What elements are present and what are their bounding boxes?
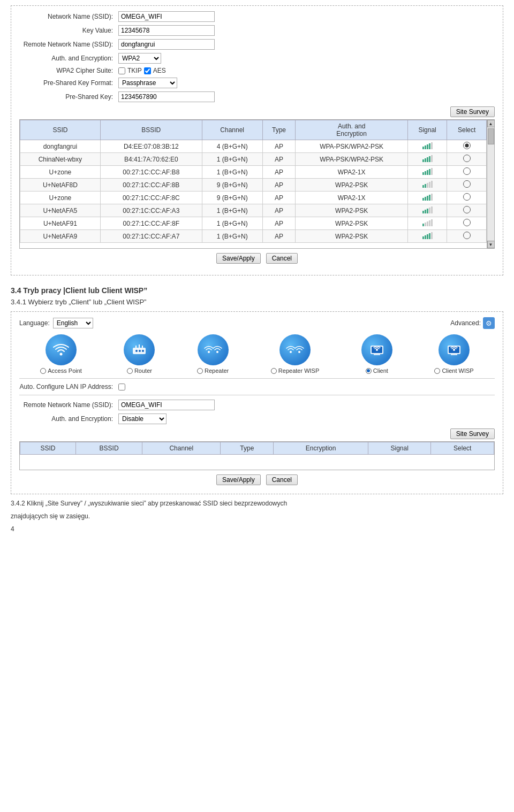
bottom-remote-network-label: Remote Network Name (SSID): bbox=[19, 401, 118, 409]
mode-radio-4[interactable] bbox=[366, 368, 372, 374]
bottom-auth-select[interactable]: Disable WPA2 WEP bbox=[118, 413, 167, 424]
cell-select[interactable] bbox=[447, 140, 487, 153]
table-row: U+NetAFA5 00:27:1C:CC:AF:A3 1 (B+G+N) AP… bbox=[20, 204, 487, 217]
tkip-label: TKIP bbox=[127, 67, 142, 74]
mode-radio-1[interactable] bbox=[127, 368, 133, 374]
mode-item-repeater[interactable]: Repeater bbox=[197, 334, 229, 374]
cell-auth: WPA-PSK/WPA2-PSK bbox=[296, 153, 407, 166]
bottom-survey-table: SSID BSSID Channel Type Encryption Signa… bbox=[20, 442, 494, 465]
cell-select[interactable] bbox=[447, 217, 487, 230]
mode-icon-client bbox=[361, 334, 392, 365]
pre-shared-key-input[interactable] bbox=[118, 91, 215, 102]
mode-radio-2[interactable] bbox=[197, 368, 203, 374]
aes-checkbox[interactable] bbox=[144, 67, 151, 74]
select-radio[interactable] bbox=[463, 180, 471, 188]
cell-bssid: B4:41:7A:70:62:E0 bbox=[100, 153, 202, 166]
table-row: U+zone 00:27:1C:CC:AF:8C 9 (B+G+N) AP WP… bbox=[20, 191, 487, 204]
select-radio[interactable] bbox=[463, 142, 471, 149]
pre-shared-format-select[interactable]: Passphrase Hex bbox=[118, 78, 177, 88]
table-row: U+NetAFA9 00:27:1C:CC:AF:A7 1 (B+G+N) AP… bbox=[20, 230, 487, 243]
select-radio[interactable] bbox=[463, 193, 471, 201]
scroll-up-btn[interactable]: ▲ bbox=[487, 120, 495, 127]
gear-icon[interactable]: ⚙ bbox=[483, 317, 495, 329]
site-survey-button-top[interactable]: Site Survey bbox=[450, 106, 495, 117]
network-name-row: Network Name (SSID): bbox=[19, 11, 495, 22]
scroll-thumb[interactable] bbox=[488, 128, 494, 144]
cell-select[interactable] bbox=[447, 166, 487, 179]
auto-configure-checkbox[interactable] bbox=[118, 384, 125, 390]
mode-radio-0[interactable] bbox=[40, 368, 46, 374]
pre-shared-key-row: Pre-Shared Key: bbox=[19, 91, 495, 102]
mode-item-repeater-wisp[interactable]: Repeater WISP bbox=[271, 334, 319, 374]
key-value-input[interactable] bbox=[118, 25, 215, 36]
section-3-4-subheading: 3.4.1 Wybierz tryb „Client” lub „Client … bbox=[11, 298, 503, 306]
cipher-checkboxes: TKIP AES bbox=[118, 67, 166, 74]
cell-ssid: ChinaNet-wbxy bbox=[20, 153, 101, 166]
cell-select[interactable] bbox=[447, 191, 487, 204]
table-row: U+NetAF91 00:27:1C:CC:AF:8F 1 (B+G+N) AP… bbox=[20, 217, 487, 230]
cell-signal bbox=[407, 140, 447, 153]
tkip-checkbox[interactable] bbox=[118, 67, 125, 74]
site-survey-button-bottom[interactable]: Site Survey bbox=[450, 428, 495, 439]
mode-radio-3[interactable] bbox=[271, 368, 277, 374]
cell-ssid: U+NetAF91 bbox=[20, 217, 101, 230]
mode-item-client-wisp[interactable]: Client WISP bbox=[434, 334, 473, 374]
cell-bssid: 00:27:1C:CC:AF:A7 bbox=[100, 230, 202, 243]
advanced-section: Advanced: ⚙ bbox=[450, 317, 495, 329]
network-name-input[interactable] bbox=[118, 11, 215, 22]
cancel-button-top[interactable]: Cancel bbox=[266, 253, 298, 264]
mode-label-row: Access Point bbox=[40, 367, 82, 374]
cell-ssid: dongfangrui bbox=[20, 140, 101, 153]
mode-label-row: Client bbox=[366, 367, 388, 374]
cell-type: AP bbox=[262, 230, 296, 243]
action-buttons-top: Save/Apply Cancel bbox=[19, 253, 495, 264]
svg-point-12 bbox=[376, 349, 378, 351]
scroll-down-btn[interactable]: ▼ bbox=[487, 241, 495, 248]
auth-encryption-select[interactable]: WPA2 Disable WEP WPA bbox=[118, 53, 161, 64]
svg-point-2 bbox=[135, 350, 138, 352]
mode-icon-client-wisp bbox=[439, 334, 470, 365]
cell-type: AP bbox=[262, 153, 296, 166]
mode-item-access-point[interactable]: Access Point bbox=[40, 334, 82, 374]
bottom-remote-network-input[interactable] bbox=[118, 400, 215, 410]
cell-select[interactable] bbox=[447, 204, 487, 217]
cell-auth: WPA2-PSK bbox=[296, 230, 407, 243]
cell-select[interactable] bbox=[447, 153, 487, 166]
cell-channel: 1 (B+G+N) bbox=[202, 230, 262, 243]
survey-tbody: dongfangrui D4:EE:07:08:3B:12 4 (B+G+N) … bbox=[20, 140, 487, 243]
mode-radio-5[interactable] bbox=[434, 368, 440, 374]
divider-2 bbox=[19, 395, 495, 395]
cell-signal bbox=[407, 179, 447, 191]
language-label: Language: bbox=[19, 319, 50, 327]
select-radio[interactable] bbox=[463, 167, 471, 175]
bottom-auth-row: Auth. and Encryption: Disable WPA2 WEP bbox=[19, 413, 495, 424]
select-radio[interactable] bbox=[463, 219, 471, 226]
cell-bssid: 00:27:1C:CC:AF:8B bbox=[100, 179, 202, 191]
wpa2-cipher-label: WPA2 Cipher Suite: bbox=[19, 67, 118, 74]
mode-label-text: Client bbox=[373, 367, 388, 374]
scrollbar[interactable]: ▲ ▼ bbox=[487, 120, 494, 248]
top-form-section: Network Name (SSID): Key Value: Remote N… bbox=[11, 5, 503, 275]
svg-point-7 bbox=[290, 351, 292, 353]
footer-text-2: znajdujących się w zasięgu. bbox=[11, 512, 503, 520]
mode-label-text: Router bbox=[134, 367, 152, 374]
col-select: Select bbox=[447, 120, 487, 140]
select-radio[interactable] bbox=[463, 155, 471, 162]
bottom-col-channel: Channel bbox=[142, 442, 221, 455]
cancel-button-bottom[interactable]: Cancel bbox=[266, 474, 298, 485]
remote-network-input[interactable] bbox=[118, 39, 215, 50]
select-radio[interactable] bbox=[463, 206, 471, 213]
select-radio[interactable] bbox=[463, 232, 471, 239]
save-apply-button-bottom[interactable]: Save/Apply bbox=[216, 474, 261, 485]
cell-bssid: 00:27:1C:CC:AF:A3 bbox=[100, 204, 202, 217]
language-select[interactable]: English bbox=[53, 318, 93, 328]
cell-select[interactable] bbox=[447, 179, 487, 191]
col-signal: Signal bbox=[407, 120, 447, 140]
mode-item-router[interactable]: Router bbox=[124, 334, 155, 374]
cell-auth: WPA2-1X bbox=[296, 191, 407, 204]
mode-item-client[interactable]: Client bbox=[361, 334, 392, 374]
auto-configure-label: Auto. Configure LAN IP Address: bbox=[19, 383, 118, 390]
cell-select[interactable] bbox=[447, 230, 487, 243]
bottom-tbody bbox=[20, 455, 494, 465]
save-apply-button-top[interactable]: Save/Apply bbox=[216, 253, 261, 264]
